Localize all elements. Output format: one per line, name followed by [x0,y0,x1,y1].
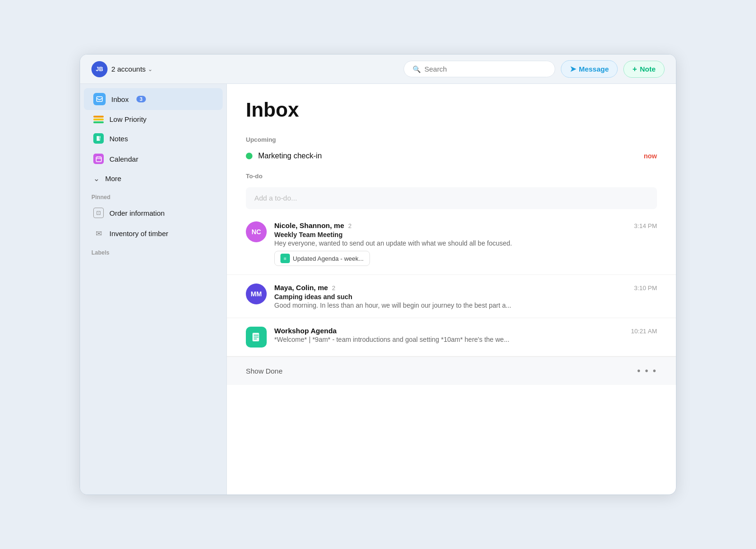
inbox-icon [93,93,106,105]
more-options-button[interactable]: • • • [637,366,657,376]
message-button-label: Message [579,65,609,73]
inbox-badge: 3 [136,96,146,102]
content-area: Inbox Upcoming Marketing check-in now To… [227,84,676,494]
chevron-down-icon: ⌄ [148,66,153,73]
sidebar-item-inbox[interactable]: Inbox 3 [84,88,223,110]
note-button-label: Note [640,65,656,73]
todo-placeholder: Add a to-do... [254,194,297,202]
message-time-1: 3:14 PM [634,222,657,229]
pinned-section-label: Pinned [80,188,226,202]
sidebar-item-calendar[interactable]: Calendar [84,149,223,169]
message-preview-1: Hey everyone, wanted to send out an upda… [274,239,657,247]
message-body-3: Workshop Agenda 10:21 AM *Welcome* | *9a… [274,327,657,343]
message-from-3: Workshop Agenda [274,327,337,335]
sidebar-calendar-label: Calendar [109,155,138,163]
message-body-1: Nicole, Shannon, me 2 3:14 PM Weekly Tea… [274,221,657,266]
upcoming-item[interactable]: Marketing check-in now [227,147,676,165]
message-count-2: 2 [332,284,335,292]
avatar-note [246,327,267,348]
message-header-1: Nicole, Shannon, me 2 3:14 PM [274,221,657,230]
message-button[interactable]: ➤ Message [561,60,618,78]
sidebar-low-priority-label: Low Priority [109,115,146,123]
attachment-label-1: Updated Agenda - week... [293,255,364,262]
show-done-button[interactable]: Show Done [246,367,283,375]
bottom-bar: Show Done • • • [227,357,676,385]
todo-input-wrapper[interactable]: Add a to-do... [246,187,657,209]
avatar-mm: MM [246,284,267,304]
message-subject-1: Weekly Team Meeting [274,231,657,238]
sidebar-item-notes[interactable]: Notes [84,128,223,148]
sidebar-item-order-information[interactable]: ⊡ Order information [84,203,223,223]
note-button[interactable]: + Note [623,61,665,78]
labels-section-label: Labels [80,244,226,258]
top-bar-left: JB 2 accounts ⌄ [91,61,153,77]
send-icon: ➤ [570,64,576,73]
calendar-icon [93,154,104,164]
active-status-dot [246,153,252,159]
attachment-chip-1[interactable]: ≡ Updated Agenda - week... [274,251,370,266]
main-layout: Inbox 3 Low Priority [80,84,676,494]
message-preview-3: *Welcome* | *9am* - team introductions a… [274,336,657,343]
sidebar-notes-label: Notes [109,135,128,143]
message-header-2: Maya, Colin, me 2 3:10 PM [274,284,657,292]
sidebar-item-more[interactable]: ⌄ More [84,169,223,188]
sidebar-inventory-label: Inventory of timber [109,229,168,238]
sidebar-order-label: Order information [109,209,165,217]
message-time-3: 10:21 AM [631,328,657,335]
message-preview-2: Good morning. In less than an hour, we w… [274,302,657,309]
low-priority-icon [93,116,104,123]
avatar-nc: NC [246,221,267,242]
message-from-1: Nicole, Shannon, me [274,221,344,229]
accounts-selector[interactable]: 2 accounts ⌄ [111,65,153,73]
message-subject-2: Camping ideas and such [274,293,657,301]
user-avatar: JB [91,61,108,77]
app-window: JB 2 accounts ⌄ 🔍 ➤ Message + Note [80,54,676,495]
order-information-icon: ⊡ [93,208,104,218]
message-item-3[interactable]: Workshop Agenda 10:21 AM *Welcome* | *9a… [227,318,676,357]
message-body-2: Maya, Colin, me 2 3:10 PM Camping ideas … [274,284,657,309]
sidebar: Inbox 3 Low Priority [80,84,227,494]
message-from-2: Maya, Colin, me [274,284,328,292]
todo-section-label: To-do [227,165,676,183]
message-count-1: 2 [348,222,351,229]
svg-rect-1 [96,157,101,162]
chevron-expand-icon: ⌄ [93,174,99,183]
content-header: Inbox [227,84,676,128]
attachment-note-icon: ≡ [280,254,290,263]
search-icon: 🔍 [413,65,421,73]
sidebar-item-inventory-of-timber[interactable]: ✉ Inventory of timber [84,223,223,243]
message-header-3: Workshop Agenda 10:21 AM [274,327,657,335]
accounts-label-text: 2 accounts [111,65,146,73]
top-bar-right: 🔍 ➤ Message + Note [404,60,665,78]
message-time-2: 3:10 PM [634,284,657,292]
inventory-icon: ✉ [93,228,104,238]
plus-icon: + [632,65,637,73]
upcoming-item-time: now [644,152,657,160]
search-input[interactable] [424,65,546,73]
message-item-2[interactable]: MM Maya, Colin, me 2 3:10 PM Camping ide… [227,275,676,318]
sidebar-inbox-label: Inbox [111,95,129,103]
sidebar-more-label: More [105,174,121,183]
sidebar-item-low-priority[interactable]: Low Priority [84,110,223,128]
top-bar: JB 2 accounts ⌄ 🔍 ➤ Message + Note [80,55,676,84]
upcoming-section-label: Upcoming [227,128,676,147]
message-item[interactable]: NC Nicole, Shannon, me 2 3:14 PM Weekly … [227,213,676,275]
search-bar[interactable]: 🔍 [404,61,555,77]
page-title: Inbox [246,99,657,121]
notes-icon [93,133,104,144]
upcoming-item-title: Marketing check-in [258,152,638,160]
